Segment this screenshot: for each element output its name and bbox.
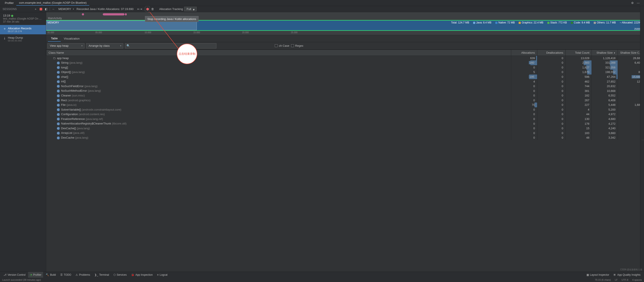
tab-app[interactable]: com.example.test_malloc (Google AOSP On … <box>16 0 89 6</box>
allocation-table[interactable]: Class Name Allocations Deallocations Tot… <box>46 49 644 272</box>
cell-value: 183 <box>584 132 589 135</box>
cell-value: 4,240 <box>608 127 616 130</box>
sidebar-item-heap-dump[interactable]: ⭳ Heap Dump 00:00:35.560 <box>0 34 46 44</box>
fit-range-button[interactable]: ⇤⇥ <box>136 6 144 12</box>
encoding[interactable]: UTF-8 <box>622 279 628 281</box>
cell-value: 381 <box>584 89 589 93</box>
swatch-graphics-icon <box>518 22 521 24</box>
table-row[interactable]: CString (java.lang)16002,583331,0886,400 <box>46 60 644 65</box>
class-icon: C <box>57 108 60 111</box>
package-name: (androidx.constraintlayout.core) <box>82 108 121 111</box>
table-row[interactable]: Cint[]4046227,652128 <box>46 79 644 84</box>
sidebar-item-label: Heap Dump <box>8 36 23 39</box>
session-time: 13:19 <box>3 14 10 17</box>
trash-icon[interactable]: 🗑 <box>150 6 155 12</box>
activity-timeline[interactable]: MainActivity <box>46 12 644 20</box>
table-row[interactable]: CObject[] (java.lang)501,670198,55280 <box>46 70 644 75</box>
col-class-name[interactable]: Class Name <box>46 50 511 56</box>
memory-dropdown-label: MEMORY <box>58 7 71 11</box>
bb-app-inspection[interactable]: 🐞App Inspection <box>129 272 154 278</box>
table-row[interactable]: CCleaner (sun.misc)001826,5520 <box>46 93 644 98</box>
back-button[interactable]: ← <box>51 6 56 12</box>
table-row[interactable]: CNativeAllocationRegistry$CleanerThunk (… <box>46 121 644 126</box>
table-row[interactable]: Clong[]001,827321,0560 <box>46 65 644 70</box>
bb-logcat[interactable]: ≡Logcat <box>155 272 169 278</box>
rail-item[interactable]: ⋮ <box>642 139 644 141</box>
bb-layout-inspector[interactable]: ▦Layout Inspector <box>585 272 611 278</box>
caret-position[interactable]: 75:15 (6 chars) <box>595 279 611 281</box>
table-row[interactable]: 🗀app heap639013,0281,126,41828,688 <box>46 56 644 61</box>
class-name: DexCache[] <box>61 127 76 130</box>
download-icon: ⭳ <box>3 36 6 40</box>
time-axis[interactable]: 00.000 05.000 10.000 15.000 20.000 25.00… <box>46 31 644 35</box>
table-row[interactable]: CNoSuchFieldError (java.lang)0074420,832… <box>46 84 644 89</box>
tab-visualization[interactable]: Visualization <box>61 36 83 41</box>
logcat-icon: ≡ <box>157 273 158 276</box>
cell-value: 0 <box>562 127 563 130</box>
sidebar-item-allocation-records[interactable]: ✧ Allocation Records 00:37:19.174 <box>0 25 46 34</box>
table-row[interactable]: CDexCache[] (java.lang)00154,2400 <box>46 126 644 131</box>
table-row[interactable]: CFinalizerReference (java.lang.ref)00130… <box>46 117 644 122</box>
package-name: (java.lang) <box>69 61 82 64</box>
col-deallocations[interactable]: Deallocations <box>537 50 566 56</box>
session-entry[interactable]: 13:19 test_malloc (Google AOSP On Bl... … <box>0 12 46 25</box>
tab-table[interactable]: Table <box>48 35 61 42</box>
chevron-down-icon: ▼ <box>192 8 195 11</box>
checkbox-icon <box>275 44 278 47</box>
col-total-count[interactable]: Total Count <box>566 50 592 56</box>
table-row[interactable]: CArrayList (java.util)001833,6600 <box>46 131 644 135</box>
right-tool-rail[interactable]: ⋮ <box>640 6 644 272</box>
memory-chart[interactable]: MEMORY Total: 124.7 MB Java: 8.4 MB Nati… <box>46 20 644 31</box>
add-session-button[interactable]: ＋ <box>33 6 38 12</box>
table-row[interactable]: CDexCache (java.lang)00483,3420 <box>46 135 644 140</box>
bb-terminal[interactable]: ❯_Terminal <box>93 272 111 278</box>
table-row[interactable]: CNoSuchMethodError (java.lang)0038110,66… <box>46 88 644 93</box>
cell-value: 130 <box>584 117 589 121</box>
match-case-checkbox[interactable]: ch Case <box>275 44 289 47</box>
bb-todo[interactable]: ☰TODO <box>58 272 73 278</box>
cell-value: 0 <box>562 132 563 135</box>
arrange-select[interactable]: Arrange by class▼ <box>86 43 123 48</box>
regex-checkbox[interactable]: Regex <box>291 44 304 47</box>
class-icon: C <box>57 132 60 135</box>
bb-app-quality[interactable]: ⛨App Quality Insights <box>612 272 642 278</box>
gear-icon[interactable]: ⚙ <box>631 1 634 4</box>
expand-panel-button[interactable]: ◧ <box>44 6 49 12</box>
bb-problems[interactable]: ⚠Problems <box>74 272 92 278</box>
bb-version-control[interactable]: ⎇Version Control <box>2 272 27 278</box>
table-row[interactable]: CConfiguration (android.content.res)0044… <box>46 112 644 117</box>
cell-value: 0 <box>562 94 563 97</box>
package-name: (java.lang.ref) <box>86 117 103 121</box>
search-input[interactable]: 🔍 <box>125 43 216 48</box>
bb-profiler[interactable]: ◔Profiler <box>28 272 43 278</box>
tab-profiler[interactable]: Profiler <box>2 0 16 5</box>
cell-value: 47,264 <box>607 75 616 78</box>
bb-build[interactable]: 🔨Build <box>44 272 58 278</box>
tracking-select[interactable]: Full ▼ <box>184 7 196 11</box>
line-ending[interactable]: LF <box>615 279 618 281</box>
sidebar-item-time: 00:37:19.174 <box>8 30 31 33</box>
col-allocations[interactable]: Allocations <box>511 50 537 56</box>
cell-value: 160 <box>529 61 535 64</box>
cell-value: 0 <box>562 80 563 83</box>
col-shallow-size[interactable]: Shallow Size▼ <box>592 50 618 56</box>
table-row[interactable]: Cchar[]195059647,26415,680 <box>46 75 644 79</box>
tooltip-stop-recording: Stop recording Java / Kotlin allocations <box>145 16 198 22</box>
stop-recording-button[interactable] <box>146 6 150 12</box>
indent[interactable]: 4 spaces <box>632 279 642 281</box>
table-row[interactable]: CRect (android.graphics)002676,4080 <box>46 98 644 103</box>
stop-session-button[interactable] <box>38 6 44 12</box>
branch-icon: ⎇ <box>4 273 6 276</box>
cell-value: 6,408 <box>608 99 616 102</box>
cell-value: 596 <box>584 75 589 78</box>
package-name: (java.lang) <box>72 70 85 74</box>
table-row[interactable]: CSolverVariable[] (androidx.constraintla… <box>46 107 644 112</box>
tick-label: 05.000 <box>95 31 102 34</box>
memory-dropdown[interactable]: MEMORY ▼ <box>56 7 76 11</box>
heap-select[interactable]: View app heap▼ <box>48 43 84 48</box>
bb-services[interactable]: ⬡Services <box>112 272 128 278</box>
cell-value: 5,448 <box>608 103 616 107</box>
swatch-others-icon <box>594 22 596 24</box>
minimize-icon[interactable]: ― <box>637 1 640 4</box>
table-row[interactable]: CFile (java.io)7002275,4481,680 <box>46 103 644 107</box>
